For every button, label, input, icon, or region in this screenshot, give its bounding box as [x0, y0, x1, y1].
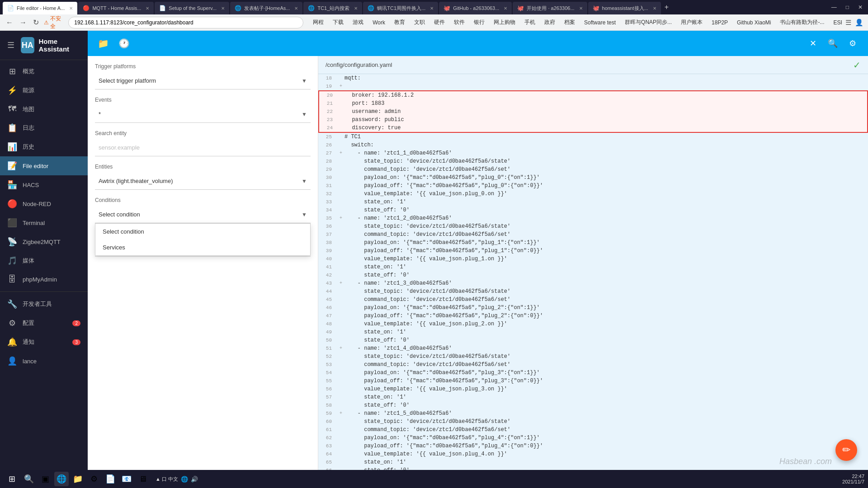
bookmark-18p2p[interactable]: 18P2P — [708, 19, 731, 27]
entities-select[interactable]: Awtrix (light.theater_volume) — [95, 173, 311, 190]
sidebar-item-journal[interactable]: 📋 日志 — [0, 118, 88, 137]
task-view-icon[interactable]: ▣ — [38, 472, 52, 486]
line-content-38[interactable]: payload_on: '{"mac":"d0bae462f5a6","plug… — [344, 239, 868, 247]
browser-tab-tab2[interactable]: 🔴MQTT - Home Assis...✕ — [78, 2, 154, 14]
line-content-25[interactable]: # TC1 — [344, 133, 868, 141]
extensions-icon[interactable]: ☰ — [845, 19, 851, 27]
code-editor[interactable]: 18 mqtt: 19 + 20 broker: 192.168.1.2 21 … — [318, 74, 868, 474]
line-content-40[interactable]: value_template: '{{ value_json.plug_1.on… — [344, 255, 868, 263]
sidebar-item-hacs[interactable]: 🏪 HACS — [0, 175, 88, 194]
line-content-20[interactable]: broker: 192.168.1.2 — [345, 91, 867, 99]
sidebar-item-notifications[interactable]: 🔔 通知3 — [0, 333, 88, 352]
sidebar-item-phpmyadmin[interactable]: 🗄 phpMyAdmin — [0, 270, 88, 289]
line-content-18[interactable]: mqtt: — [344, 74, 868, 82]
search-button[interactable]: 🔍 — [825, 35, 841, 52]
line-content-61[interactable]: command_topic: 'device/ztc1/d0bae462f5a6… — [344, 426, 868, 434]
line-content-22[interactable]: username: admin — [345, 108, 867, 116]
menu-icon[interactable]: ☰ — [7, 40, 14, 50]
browser-tab-tab3[interactable]: 📄Setup of the Superv...✕ — [155, 2, 229, 14]
search-entity-input[interactable] — [95, 139, 311, 156]
sidebar-item-file-editor[interactable]: 📝 File editor — [0, 156, 88, 175]
line-content-47[interactable]: payload_off: '{"mac":"d0bae462f5a6","plu… — [344, 312, 868, 320]
line-content-29[interactable]: command_topic: 'device/ztc1/d0bae462f5a6… — [344, 165, 868, 174]
line-content-63[interactable]: payload_off: '{"mac":"d0bae462f5a6","plu… — [344, 442, 868, 450]
events-select[interactable]: * — [95, 106, 311, 123]
sidebar-item-map[interactable]: 🗺 地图 — [0, 100, 88, 118]
browser-tab-tab6[interactable]: 🌐蜩讯TC1周围件换入...✕ — [363, 2, 438, 14]
line-content-54[interactable]: payload_on: '{"mac":"d0bae462f5a6","plug… — [344, 369, 868, 377]
bookmark---[interactable]: 档案 — [561, 18, 578, 27]
bookmark----qnap-----[interactable]: 群晖与QNAP同步... — [622, 18, 675, 27]
line-content-23[interactable]: password: public — [345, 116, 867, 124]
line-content-53[interactable]: command_topic: 'device/ztc1/d0bae462f5a6… — [344, 361, 868, 369]
line-content-19[interactable] — [344, 82, 868, 90]
line-content-52[interactable]: state_topic: 'device/ztc1/d0bae462f5a6/s… — [344, 352, 868, 361]
dropdown-item-select-condition[interactable]: Select condition — [95, 224, 310, 239]
browser-tab-tab7[interactable]: 🐙GitHub - a2633063...✕ — [439, 2, 512, 14]
explorer-icon[interactable]: 📁 — [71, 472, 85, 486]
profile-icon[interactable]: 👤 — [855, 19, 863, 27]
back-button[interactable]: ← — [5, 19, 14, 27]
line-content-26[interactable]: switch: — [344, 141, 868, 149]
minimize-button[interactable]: — — [829, 4, 840, 10]
line-content-36[interactable]: state_topic: 'device/ztc1/d0bae462f5a6/s… — [344, 222, 868, 230]
sidebar-item-media[interactable]: 🎵 媒体 — [0, 251, 88, 270]
sidebar-item-overview[interactable]: ⊞ 概览 — [0, 62, 88, 81]
bookmark------------[interactable]: 书山有路勤为径-... — [777, 18, 827, 27]
bookmark---[interactable]: 硬件 — [431, 18, 448, 27]
line-content-32[interactable]: value_template: '{{ value_json.plug_0.on… — [344, 190, 868, 198]
sidebar-item-settings[interactable]: ⚙ 配置2 — [0, 314, 88, 333]
line-content-45[interactable]: command_topic: 'device/ztc1/d0bae462f5a6… — [344, 296, 868, 304]
line-content-34[interactable]: state_off: '0' — [344, 206, 868, 214]
bookmark---[interactable]: 网程 — [310, 18, 327, 27]
address-input[interactable] — [68, 17, 303, 28]
bookmark---[interactable]: 政府 — [541, 18, 558, 27]
line-content-58[interactable]: state_off: '0' — [344, 401, 868, 409]
line-content-48[interactable]: value_template: '{{ value_json.plug_2.on… — [344, 320, 868, 328]
line-content-50[interactable]: state_off: '0' — [344, 336, 868, 344]
settings-taskbar-icon[interactable]: ⚙ — [87, 472, 101, 486]
line-content-62[interactable]: payload_on: '{"mac":"d0bae462f5a6","plug… — [344, 434, 868, 442]
line-content-28[interactable]: state_topic: 'device/ztc1/d0bae462f5a6/s… — [344, 157, 868, 165]
browser-tab-tab1[interactable]: 📄File editor - Home A...✕ — [3, 2, 77, 14]
line-content-35[interactable]: - name: 'ztc1_2_d0bae462f5a6' — [344, 214, 868, 222]
folder-button[interactable]: 📁 — [95, 35, 111, 52]
bookmark-----[interactable]: 用户账本 — [678, 18, 706, 27]
line-content-24[interactable]: discovery: true — [345, 124, 867, 132]
sidebar-item-user[interactable]: 👤 lance — [0, 352, 88, 371]
line-content-56[interactable]: value_template: '{{ value_json.plug_3.on… — [344, 385, 868, 393]
line-content-31[interactable]: payload_off: '{"mac":"d0bae462f5a6","plu… — [344, 182, 868, 190]
sidebar-item-terminal[interactable]: ⬛ Terminal — [0, 213, 88, 232]
bookmark---[interactable]: 教育 — [391, 18, 408, 27]
files-icon[interactable]: 📄 — [103, 472, 118, 486]
sidebar-item-history[interactable]: 📊 历史 — [0, 137, 88, 156]
close-button[interactable]: ✕ — [855, 4, 865, 10]
bookmark---[interactable]: 银行 — [471, 18, 488, 27]
bookmark---[interactable]: 下载 — [330, 18, 347, 27]
line-content-57[interactable]: state_on: '1' — [344, 393, 868, 401]
browser-tab-tab4[interactable]: 🌐发表帖子·[HomeAs...✕ — [230, 2, 302, 14]
browser-tab-tab5[interactable]: 🌐TC1_站内搜索✕ — [303, 2, 362, 14]
maximize-button[interactable]: □ — [843, 4, 852, 10]
bookmark-work[interactable]: Work — [369, 19, 388, 27]
sidebar-item-node-red[interactable]: 🔴 Node-RED — [0, 194, 88, 213]
line-content-44[interactable]: state_topic: 'device/ztc1/d0bae462f5a6/s… — [344, 287, 868, 296]
line-content-46[interactable]: payload_on: '{"mac":"d0bae462f5a6","plug… — [344, 304, 868, 312]
bookmark-github-xiaomi[interactable]: Github XiaoMi — [734, 19, 774, 27]
fab-edit-button[interactable]: ✏ — [835, 439, 857, 461]
sidebar-item-zigbee2mqtt[interactable]: 📡 Zigbee2MQTT — [0, 232, 88, 251]
bookmark-esphome---esp---[interactable]: ESPHome — ESP... — [830, 19, 842, 27]
browser-tab-tab8[interactable]: 🐙开始使用 · a263306...✕ — [513, 2, 587, 14]
app7-icon[interactable]: 🖥 — [136, 472, 150, 486]
sidebar-item-devtools[interactable]: 🔧 开发者工具 — [0, 295, 88, 314]
conditions-select[interactable]: Select condition — [95, 206, 311, 223]
bookmark-----[interactable]: 网上购物 — [491, 18, 519, 27]
close-button[interactable]: ✕ — [805, 35, 821, 52]
bookmark---[interactable]: 文职 — [411, 18, 428, 27]
settings-button[interactable]: ⚙ — [844, 35, 861, 52]
line-content-27[interactable]: - name: 'ztc1_1_d0bae462f5a6' — [344, 149, 868, 157]
line-content-39[interactable]: payload_off: '{"mac":"d0bae462f5a6","plu… — [344, 247, 868, 255]
reload-button[interactable]: ↻ — [32, 18, 40, 27]
history-button[interactable]: 🕐 — [116, 35, 132, 52]
new-tab-button[interactable]: + — [663, 3, 670, 11]
